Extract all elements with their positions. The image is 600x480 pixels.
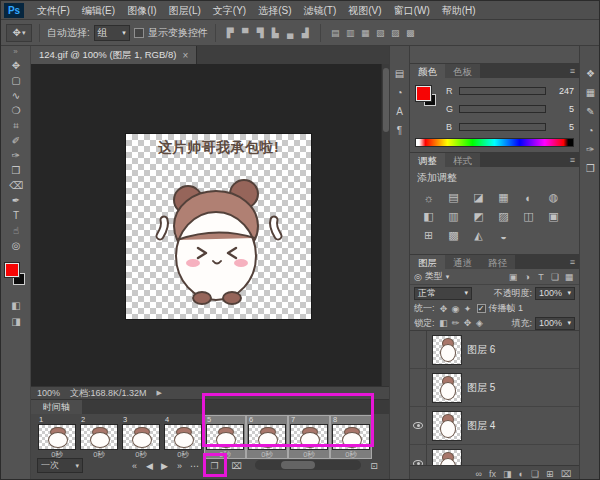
animation-frame[interactable]: 8 0秒 bbox=[331, 416, 371, 458]
loop-options-dropdown[interactable]: 一次 ▾ bbox=[37, 458, 83, 473]
animation-frame[interactable]: 2 0秒 bbox=[79, 416, 119, 458]
filter-type-label[interactable]: 类型 bbox=[425, 270, 443, 283]
panel-menu-icon[interactable]: ≡ bbox=[566, 153, 579, 167]
layer-name[interactable]: 图层 5 bbox=[467, 381, 495, 395]
timeline-scrollbar[interactable] bbox=[255, 460, 361, 470]
layers-action-icon[interactable]: ❏ bbox=[531, 469, 539, 479]
animation-frame[interactable]: 3 0秒 bbox=[121, 416, 161, 458]
channel-value[interactable]: 247 bbox=[550, 86, 574, 96]
animation-frame[interactable]: 5 0秒 bbox=[205, 416, 245, 458]
foreground-color-swatch[interactable] bbox=[416, 86, 431, 101]
adjustment-icon[interactable]: ☼ bbox=[416, 188, 441, 207]
frame-delay[interactable]: 0秒 bbox=[121, 450, 161, 458]
adjustment-icon[interactable]: ◍ bbox=[541, 188, 566, 207]
frame-delay[interactable]: 0秒 bbox=[205, 450, 245, 458]
animation-frame[interactable]: 7 0秒 bbox=[289, 416, 329, 458]
layer-row[interactable]: 图层 5 bbox=[410, 369, 579, 407]
menu-item[interactable]: 滤镜(T) bbox=[298, 1, 343, 20]
dock-panel-button[interactable]: ✑ bbox=[580, 140, 600, 159]
align-icon[interactable]: ▟ bbox=[298, 25, 313, 40]
menu-item[interactable]: 选择(S) bbox=[252, 1, 297, 20]
layers-action-icon[interactable]: ∞ bbox=[476, 469, 482, 479]
tool-button[interactable]: ☝ bbox=[1, 223, 31, 238]
status-arrow-icon[interactable]: ▶ bbox=[157, 389, 162, 397]
align-icon[interactable]: ▄ bbox=[283, 25, 298, 40]
playback-button[interactable]: » bbox=[172, 458, 187, 473]
frame-delay[interactable]: 0秒 bbox=[37, 450, 77, 458]
animation-frame[interactable]: 6 0秒 bbox=[247, 416, 287, 458]
filter-icon[interactable]: T bbox=[535, 272, 547, 282]
visibility-toggle[interactable] bbox=[410, 369, 427, 406]
visibility-toggle[interactable] bbox=[410, 331, 427, 368]
layer-thumbnail[interactable] bbox=[433, 450, 461, 466]
tool-button[interactable]: ✑ bbox=[1, 148, 31, 163]
menu-item[interactable]: 帮助(H) bbox=[436, 1, 482, 20]
layer-row[interactable]: 图层 6 bbox=[410, 331, 579, 369]
distribute-icon[interactable]: ▤ bbox=[328, 25, 343, 40]
foreground-color-swatch[interactable] bbox=[5, 263, 19, 277]
zoom-level[interactable]: 100% bbox=[37, 388, 60, 398]
unify-icon[interactable]: ✥ bbox=[438, 304, 450, 314]
color-spectrum-ramp[interactable] bbox=[415, 138, 574, 147]
menu-item[interactable]: 窗口(W) bbox=[388, 1, 436, 20]
playback-button[interactable]: « bbox=[127, 458, 142, 473]
tool-button[interactable]: ▢ bbox=[1, 73, 31, 88]
chevron-down-icon[interactable]: ▾ bbox=[446, 273, 450, 281]
adjustment-icon[interactable]: ▨ bbox=[491, 207, 516, 226]
adjustment-icon[interactable]: ◩ bbox=[466, 207, 491, 226]
adjustment-icon[interactable]: ▦ bbox=[491, 188, 516, 207]
align-icon[interactable]: ▙ bbox=[268, 25, 283, 40]
dock-panel-button[interactable]: ❒ bbox=[580, 159, 600, 178]
filter-icon[interactable]: ▣ bbox=[507, 272, 519, 282]
layers-action-icon[interactable]: ◐ bbox=[519, 469, 524, 479]
show-transform-checkbox[interactable] bbox=[134, 28, 144, 38]
document-tab[interactable]: 124.gif @ 100% (图层 1, RGB/8) × bbox=[31, 46, 197, 64]
adjustment-icon[interactable]: ▥ bbox=[441, 207, 466, 226]
timeline-tab[interactable]: 时间轴 bbox=[31, 400, 82, 414]
panel-tab[interactable]: 样式 bbox=[445, 153, 480, 167]
distribute-icon[interactable]: ▦ bbox=[358, 25, 373, 40]
menu-item[interactable]: 图像(I) bbox=[121, 1, 162, 20]
dock-panel-button[interactable]: ▤ bbox=[390, 64, 409, 83]
adjustment-icon[interactable]: ⊞ bbox=[416, 226, 441, 245]
layers-action-icon[interactable]: fx bbox=[489, 469, 496, 479]
canvas-area[interactable]: 这片帅哥我承包啦! bbox=[31, 64, 389, 386]
animation-frame[interactable]: 1 0秒 bbox=[37, 416, 77, 458]
layers-action-icon[interactable]: ⊞ bbox=[546, 469, 554, 479]
collapse-toolbar-icon[interactable]: » bbox=[1, 46, 30, 58]
unify-icon[interactable]: ✦ bbox=[462, 304, 474, 314]
tool-button[interactable]: ❍ bbox=[1, 103, 31, 118]
adjustment-icon[interactable]: ◧ bbox=[416, 207, 441, 226]
adjustment-icon[interactable]: ◐ bbox=[516, 188, 541, 207]
dock-panel-button[interactable]: ◔ bbox=[580, 121, 600, 140]
adjustment-icon[interactable]: ◒ bbox=[491, 226, 516, 245]
opacity-dropdown[interactable]: 100% ▾ bbox=[535, 287, 575, 300]
delete-frame-button[interactable]: ⌧ bbox=[229, 458, 244, 473]
screen-mode-button[interactable]: ◨ bbox=[1, 314, 31, 328]
frame-delay[interactable]: 0秒 bbox=[289, 450, 329, 458]
tool-button[interactable]: ⌗ bbox=[1, 118, 31, 133]
adjustment-icon[interactable]: ◫ bbox=[516, 207, 541, 226]
visibility-toggle[interactable] bbox=[410, 407, 427, 444]
menu-item[interactable]: 文字(Y) bbox=[207, 1, 252, 20]
tool-button[interactable]: ◎ bbox=[1, 238, 31, 253]
dock-panel-button[interactable]: A bbox=[390, 102, 409, 121]
dock-panel-button[interactable]: ¶ bbox=[390, 121, 409, 140]
dock-panel-button[interactable]: ◔ bbox=[390, 83, 409, 102]
panel-tab[interactable]: 图层 bbox=[410, 255, 445, 269]
auto-select-dropdown[interactable]: 组 ▾ bbox=[94, 25, 130, 41]
tool-button[interactable]: ⌫ bbox=[1, 178, 31, 193]
adjustment-icon[interactable]: ▤ bbox=[441, 188, 466, 207]
tool-button[interactable]: ✒ bbox=[1, 193, 31, 208]
distribute-icon[interactable]: ▥ bbox=[343, 25, 358, 40]
playback-button[interactable]: ⋯ bbox=[187, 458, 202, 473]
align-icon[interactable]: ▀ bbox=[238, 25, 253, 40]
menu-item[interactable]: 编辑(E) bbox=[76, 1, 121, 20]
frame-delay[interactable]: 0秒 bbox=[79, 450, 119, 458]
menu-item[interactable]: 文件(F) bbox=[31, 1, 76, 20]
distribute-icon[interactable]: ▨ bbox=[388, 25, 403, 40]
panel-tab[interactable]: 颜色 bbox=[410, 64, 445, 78]
layer-thumbnail[interactable] bbox=[433, 412, 461, 440]
vertical-scrollbar[interactable] bbox=[381, 64, 389, 386]
distribute-icon[interactable]: ▩ bbox=[403, 25, 418, 40]
